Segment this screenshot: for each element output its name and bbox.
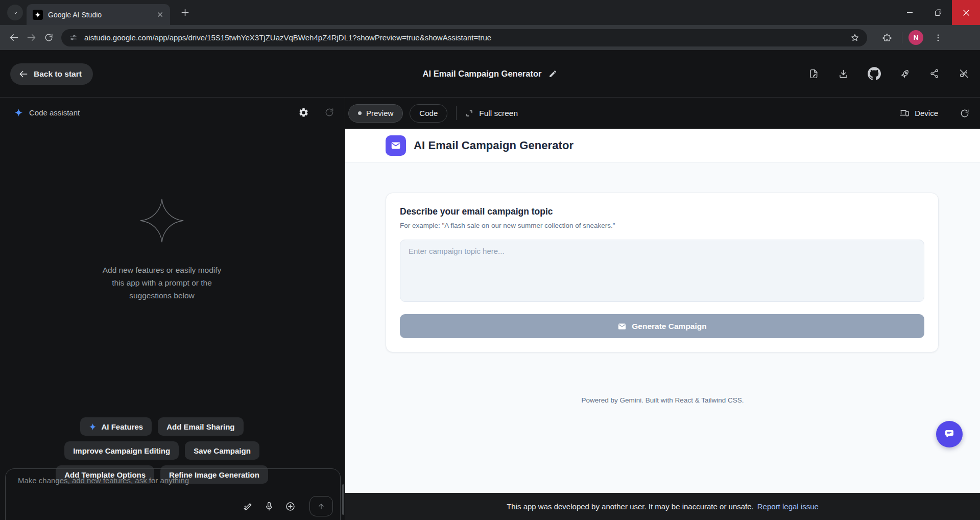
window-restore-button[interactable] (924, 0, 952, 25)
extensions-button[interactable] (878, 29, 896, 46)
window-minimize-button[interactable] (896, 0, 924, 25)
code-assistant-title: Code assistant (29, 108, 292, 117)
profile-avatar[interactable]: N (909, 30, 923, 45)
campaign-topic-input[interactable] (400, 240, 924, 302)
device-icon (899, 108, 910, 119)
new-tab-button[interactable] (180, 7, 190, 18)
save-to-drive-icon[interactable] (808, 68, 819, 79)
microphone-icon[interactable] (264, 501, 274, 511)
plus-icon (180, 7, 190, 18)
tab-title: Google AI Studio (48, 11, 151, 19)
arrow-left-icon (9, 32, 19, 43)
fullscreen-expand-icon (465, 109, 473, 117)
address-bar[interactable]: aistudio.google.com/app/apps/drive/15S15… (61, 29, 867, 46)
edit-title-icon[interactable] (548, 69, 557, 78)
preview-pane: Preview Code Full screen Device (345, 98, 980, 520)
generate-campaign-button[interactable]: Generate Campaign (400, 314, 924, 338)
tab-close-icon[interactable] (156, 11, 164, 18)
forward-button[interactable] (22, 29, 40, 46)
reload-icon (44, 33, 54, 42)
preview-toolbar: Preview Code Full screen Device (345, 98, 980, 129)
toolbar-divider (456, 106, 457, 120)
window-controls (896, 0, 980, 25)
app-title: AI Email Campaign Generator (414, 139, 573, 152)
suggestion-add-email-sharing[interactable]: Add Email Sharing (158, 417, 243, 436)
fullscreen-button[interactable]: Full screen (465, 109, 518, 118)
page-title: AI Email Campaign Generator (423, 69, 542, 79)
app-footer-note: Powered by Gemini. Built with React & Ta… (345, 396, 980, 404)
refresh-preview-icon[interactable] (960, 108, 970, 119)
card-title: Describe your email campaign topic (400, 206, 924, 217)
back-to-start-label: Back to start (34, 69, 82, 79)
tab-preview[interactable]: Preview (348, 104, 403, 123)
toolbar-divider (902, 32, 902, 43)
deploy-rocket-icon[interactable] (898, 66, 913, 81)
arrow-left-icon (18, 69, 29, 79)
envelope-icon (617, 322, 627, 331)
chevron-down-icon (12, 9, 19, 16)
sparkle-icon (14, 108, 23, 117)
assistant-empty-message: Add new features or easily modify this a… (95, 264, 228, 302)
add-attachment-icon[interactable] (285, 501, 296, 512)
sparkle-icon (89, 423, 97, 431)
suggestion-improve-campaign-editing[interactable]: Improve Campaign Editing (64, 441, 179, 460)
browser-tab-active[interactable]: Google AI Studio (27, 4, 170, 25)
card-hint: For example: "A flash sale on our new su… (400, 222, 924, 229)
chat-fab-button[interactable] (936, 421, 963, 447)
assistant-settings-gear-icon[interactable] (298, 107, 309, 118)
sidebar-scrollbar[interactable] (342, 484, 344, 515)
active-dot-icon (358, 111, 362, 115)
back-to-start-button[interactable]: Back to start (10, 63, 93, 85)
arrow-right-icon (26, 32, 37, 43)
studio-header: Back to start AI Email Campaign Generato… (0, 50, 980, 98)
arrow-up-icon (317, 502, 326, 511)
device-selector[interactable]: Device (899, 108, 938, 119)
api-key-disabled-icon[interactable] (959, 68, 969, 79)
disclaimer-bar: This app was developed by another user. … (345, 493, 980, 520)
bookmark-star-icon[interactable] (850, 33, 860, 43)
window-close-button[interactable] (952, 0, 980, 25)
app-header: AI Email Campaign Generator (345, 129, 980, 162)
reload-button[interactable] (40, 29, 57, 46)
chat-bubble-icon (943, 428, 955, 440)
tab-code[interactable]: Code (410, 104, 447, 123)
browser-toolbar: aistudio.google.com/app/apps/drive/15S15… (0, 25, 980, 50)
puzzle-icon (882, 33, 892, 43)
send-prompt-button[interactable] (309, 496, 333, 516)
suggestion-save-campaign[interactable]: Save Campaign (185, 441, 259, 460)
app-preview-frame: AI Email Campaign Generator Describe you… (345, 129, 980, 493)
draw-pen-icon[interactable] (243, 501, 253, 511)
assistant-prompt-box (5, 468, 341, 520)
browser-menu-button[interactable] (929, 29, 947, 46)
disclaimer-text: This app was developed by another user. … (507, 502, 754, 511)
url-text: aistudio.google.com/app/apps/drive/15S15… (84, 33, 850, 42)
assistant-empty-state: Add new features or easily modify this a… (0, 197, 324, 302)
suggestion-ai-features[interactable]: AI Features (80, 417, 152, 436)
email-app-icon (386, 135, 406, 156)
browser-tab-strip: Google AI Studio (0, 0, 980, 25)
assistant-refresh-icon[interactable] (324, 107, 334, 117)
report-legal-issue-link[interactable]: Report legal issue (757, 502, 819, 511)
download-icon[interactable] (838, 68, 849, 79)
ai-studio-favicon (33, 10, 43, 20)
code-assistant-panel: Code assistant Add new features or easil… (0, 98, 345, 520)
share-icon[interactable] (929, 68, 940, 79)
github-icon[interactable] (868, 67, 881, 80)
dots-vertical-icon (934, 33, 943, 42)
campaign-topic-card: Describe your email campaign topic For e… (386, 193, 939, 352)
back-button[interactable] (5, 29, 22, 46)
sparkle-outline-graphic (138, 197, 185, 244)
tab-search-button[interactable] (7, 5, 23, 20)
site-settings-icon[interactable] (68, 33, 78, 42)
